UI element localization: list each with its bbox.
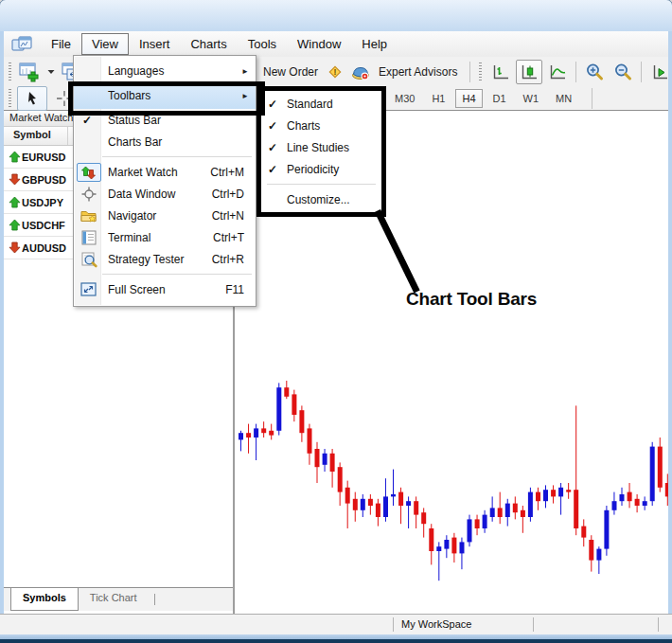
arrow-up-icon — [9, 219, 22, 231]
timeframe-button-w1[interactable]: W1 — [517, 89, 546, 108]
toolbar-separator — [469, 62, 470, 82]
submenu-item-charts[interactable]: ✓Charts — [261, 115, 381, 136]
crosshair-icon — [55, 89, 74, 108]
expert-advisors-button[interactable]: Expert Advisors — [379, 65, 457, 79]
chart-dropdown-caret[interactable] — [47, 69, 55, 75]
auto-scroll-icon — [650, 63, 669, 81]
menu-bar-item-view[interactable]: View — [81, 33, 129, 55]
line-chart-button[interactable] — [544, 60, 571, 84]
menu-bar-item-tools[interactable]: Tools — [238, 33, 287, 55]
menu-item-languages[interactable]: Languages► — [74, 60, 256, 82]
timeframe-button-mn[interactable]: MN — [549, 89, 578, 108]
zoom-out-button[interactable] — [610, 60, 636, 84]
toolbar-grip[interactable] — [9, 89, 11, 108]
tab-tick-chart[interactable]: Tick Chart — [79, 588, 149, 611]
menu-item-label: Full Screen — [108, 283, 166, 296]
auto-scroll-button[interactable] — [646, 60, 672, 84]
menu-item-full-screen[interactable]: Full ScreenF11 — [74, 278, 256, 300]
new-chart-button[interactable] — [17, 60, 44, 84]
menu-item-navigator[interactable]: NavigatorCtrl+N — [74, 205, 256, 226]
menu-item-shortcut: F11 — [225, 283, 244, 296]
menu-bar-item-window[interactable]: Window — [287, 33, 351, 55]
title-bar[interactable] — [0, 0, 672, 31]
menu-bar-item-file[interactable]: File — [41, 33, 81, 55]
submenu-item-customize[interactable]: Customize... — [261, 188, 381, 210]
zoom-in-button[interactable] — [581, 60, 608, 84]
bearish-candle — [269, 431, 274, 436]
bullish-candle — [620, 494, 625, 501]
bearish-candle — [398, 492, 403, 506]
toolbar-grip[interactable] — [479, 63, 482, 81]
arrow-down-icon — [9, 173, 22, 186]
menu-item-label: Toolbars — [108, 89, 150, 102]
bearish-candle — [368, 499, 373, 506]
market-watch-tabs: SymbolsTick Chart — [4, 587, 233, 611]
checkmark-icon: ✓ — [268, 119, 277, 133]
bearish-candle — [498, 508, 503, 517]
line-chart-icon — [548, 63, 567, 81]
arrow-up-icon — [9, 151, 22, 163]
arrow-up-icon — [9, 196, 22, 208]
menu-item-market-watch[interactable]: Market WatchCtrl+M — [74, 161, 256, 183]
cursor-icon — [25, 91, 40, 106]
bearish-candle — [475, 519, 480, 528]
menu-item-label: Terminal — [108, 231, 150, 244]
menu-item-status-bar[interactable]: ✓Status Bar — [74, 109, 256, 131]
zoom-in-icon — [585, 63, 605, 81]
submenu-item-line-studies[interactable]: ✓Line Studies — [261, 136, 381, 158]
toolbar-grip[interactable] — [9, 63, 11, 81]
arrow-down-icon — [9, 241, 22, 254]
menu-bar-item-insert[interactable]: Insert — [129, 33, 181, 55]
workspace-label: My WorkSpace — [401, 618, 471, 630]
menu-bar: FileViewInsertChartsToolsWindowHelp — [4, 31, 668, 57]
bullish-candle — [361, 499, 365, 510]
menu-item-strategy-tester[interactable]: Strategy TesterCtrl+R — [74, 248, 256, 270]
timeframe-button-h4[interactable]: H4 — [455, 89, 482, 108]
timeframe-button-d1[interactable]: D1 — [486, 89, 513, 108]
app-logo-icon — [11, 36, 32, 53]
menu-item-terminal[interactable]: TerminalCtrl+T — [74, 226, 256, 248]
bullish-candle — [505, 504, 510, 517]
timeframe-button-m30[interactable]: M30 — [388, 89, 421, 108]
market-watch-icon — [77, 163, 101, 182]
timeframe-button-h1[interactable]: H1 — [425, 89, 451, 108]
menu-item-label: Charts Bar — [108, 135, 162, 149]
symbol-name: USDJPY — [22, 197, 63, 208]
order-group: New Order ! Expert Advisors — [258, 57, 462, 87]
tab-symbols[interactable]: Symbols — [10, 588, 79, 611]
submenu-item-standard[interactable]: ✓Standard — [261, 93, 381, 115]
bullish-candle — [460, 542, 465, 553]
menu-item-toolbars[interactable]: Toolbars► — [74, 82, 256, 109]
menu-item-data-window[interactable]: Data WindowCtrl+D — [74, 183, 256, 205]
menu-bar-item-help[interactable]: Help — [351, 33, 398, 55]
cursor-button[interactable] — [17, 86, 47, 111]
line-tool-buttons — [16, 86, 80, 111]
application-window: FileViewInsertChartsToolsWindowHelp New … — [0, 0, 672, 643]
tab-grip[interactable] — [154, 594, 155, 605]
window-frame-bottom — [0, 634, 672, 643]
bullish-candle — [444, 540, 449, 549]
menu-item-shortcut: Ctrl+N — [212, 209, 244, 223]
bullish-candle — [490, 508, 495, 517]
new-order-button[interactable]: New Order — [263, 65, 318, 79]
candlestick-chart-button[interactable] — [516, 60, 542, 84]
bullish-candle — [323, 454, 327, 465]
bullish-candle — [436, 546, 441, 551]
chart-tools-group — [466, 57, 672, 87]
alerts-button[interactable]: ! — [324, 60, 346, 84]
bullish-candle — [254, 428, 258, 438]
menu-item-charts-bar[interactable]: Charts Bar — [74, 131, 256, 152]
bullish-candle — [239, 433, 243, 439]
symbol-column-header[interactable]: Symbol — [4, 127, 68, 145]
submenu-item-periodicity[interactable]: ✓Periodicity — [261, 158, 381, 180]
bearish-candle — [261, 428, 266, 433]
bearish-candle — [635, 499, 640, 506]
bearish-candle — [292, 394, 296, 415]
expert-advisor-button[interactable] — [348, 60, 373, 84]
bars-chart-button[interactable] — [487, 60, 514, 84]
bearish-candle — [345, 488, 350, 504]
menu-bar-item-charts[interactable]: Charts — [180, 33, 237, 55]
bullish-candle — [604, 510, 609, 549]
bullish-candle — [468, 519, 472, 542]
bearish-candle — [414, 501, 418, 514]
